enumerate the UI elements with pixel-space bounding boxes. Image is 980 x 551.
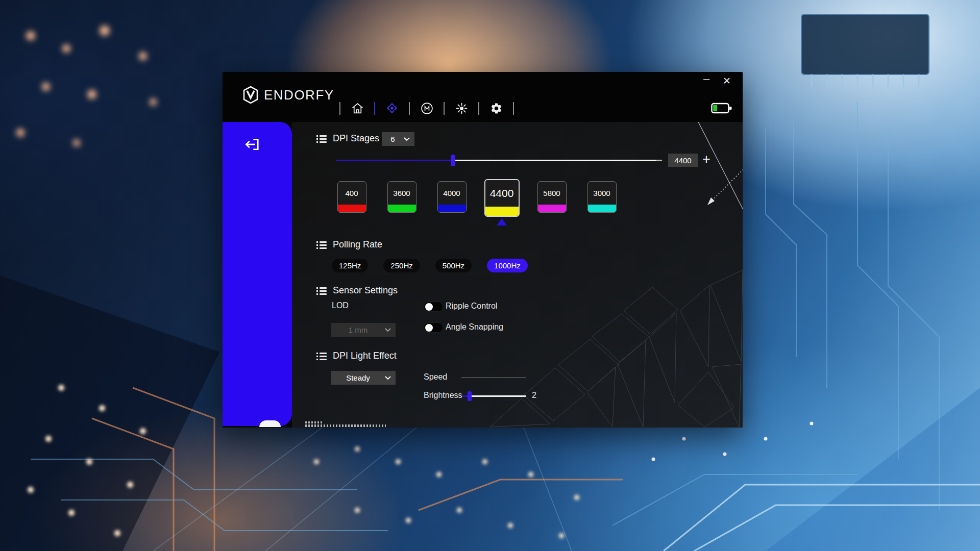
lod-label: LOD — [332, 301, 349, 310]
angle-snapping-label: Angle Snapping — [446, 322, 503, 332]
dpi-stage-count-value: 6 — [382, 135, 404, 143]
brand-name: ENDORFY — [264, 87, 334, 103]
nav-separator — [339, 102, 340, 115]
brightness-value: 2 — [532, 391, 536, 400]
lighting-icon[interactable] — [455, 102, 468, 115]
brand-logo: ENDORFY — [243, 86, 334, 104]
ripple-control-label: Ripple Control — [446, 302, 497, 311]
app-window: ENDORFY — [223, 72, 743, 428]
sensor-settings-section-icon — [316, 287, 327, 295]
dpi-stage-card[interactable]: 5800 — [527, 179, 577, 226]
chevron-down-icon — [404, 137, 410, 141]
nav-separator — [444, 102, 445, 115]
polling-option-1000hz[interactable]: 1000Hz — [487, 259, 528, 272]
dpi-stage-card[interactable]: 4000 — [427, 179, 477, 226]
home-icon[interactable] — [351, 102, 364, 115]
dpi-increase-button[interactable]: + — [702, 152, 710, 167]
dpi-sensor-icon[interactable] — [385, 102, 399, 115]
dpi-stage-list: 400 3600 4000 4400 5800 3000 — [327, 179, 633, 226]
dpi-stage-card[interactable]: 3000 — [577, 179, 627, 226]
clipped-text-artifact — [305, 424, 386, 427]
ripple-control-toggle[interactable] — [424, 302, 443, 312]
endorfy-logo-icon — [243, 86, 258, 104]
close-button[interactable]: ✕ — [720, 73, 733, 88]
window-controls: – ✕ — [700, 73, 733, 88]
brightness-slider[interactable] — [462, 395, 526, 397]
dpi-stages-section-icon — [316, 135, 327, 143]
chevron-down-icon — [385, 328, 391, 332]
toggle-knob — [425, 303, 433, 311]
brightness-label: Brightness — [424, 391, 462, 400]
dpi-stage-color-bar — [438, 205, 466, 212]
speed-slider[interactable] — [461, 377, 526, 378]
chevron-down-icon — [385, 376, 391, 380]
dpi-slider-track[interactable] — [336, 160, 656, 161]
dpi-value-field[interactable]: 4400 — [668, 154, 698, 167]
settings-panel: DPI Stages 6 − 4400 + 400 3600 4000 — [292, 122, 743, 428]
sidebar — [223, 122, 292, 426]
selected-pointer-icon — [497, 218, 507, 226]
exit-left-icon[interactable] — [242, 134, 262, 155]
dpi-stage-color-bar — [388, 205, 416, 212]
dpi-stage-count-select[interactable]: 6 — [382, 132, 414, 146]
dpi-stage-color-bar — [485, 207, 519, 216]
dpi-stage-color-bar — [338, 205, 366, 212]
dpi-stage-value: 5800 — [538, 182, 566, 205]
speed-label: Speed — [424, 372, 447, 382]
dpi-stage-card[interactable]: 3600 — [377, 179, 427, 226]
macro-icon[interactable] — [420, 102, 433, 115]
sensor-settings-label: Sensor Settings — [333, 285, 398, 296]
dpi-stage-value: 3000 — [588, 182, 616, 205]
dpi-stage-value: 400 — [338, 182, 366, 205]
dpi-stage-value: 4000 — [438, 182, 466, 205]
dpi-stage-color-bar — [588, 205, 616, 212]
nav-separator — [478, 102, 479, 115]
light-effect-mode-value: Steady — [331, 373, 385, 382]
brightness-thumb[interactable] — [468, 391, 472, 401]
dpi-slider-thumb[interactable] — [451, 155, 455, 166]
polling-rate-section-icon — [316, 241, 327, 249]
dpi-light-effect-label: DPI Light Effect — [333, 350, 397, 361]
polling-option-125hz[interactable]: 125Hz — [332, 259, 368, 272]
polling-rate-options: 125Hz 250Hz 500Hz 1000Hz — [332, 259, 528, 272]
light-effect-mode-select[interactable]: Steady — [331, 371, 396, 385]
nav-separator — [409, 102, 410, 115]
minimize-button[interactable]: – — [700, 73, 713, 88]
dpi-slider-fill — [336, 160, 453, 161]
titlebar: ENDORFY — [223, 72, 743, 122]
nav-separator — [513, 102, 514, 115]
battery-icon — [711, 103, 732, 116]
dpi-stage-card[interactable]: 400 — [327, 179, 377, 226]
polling-option-500hz[interactable]: 500Hz — [435, 259, 472, 272]
sidebar-notch[interactable] — [259, 420, 281, 427]
settings-icon[interactable] — [489, 102, 503, 115]
dpi-decrease-button[interactable]: − — [655, 153, 663, 167]
dpi-stage-value: 3600 — [388, 182, 416, 205]
dpi-stage-card-selected[interactable]: 4400 — [477, 179, 527, 226]
angle-snapping-toggle[interactable] — [424, 322, 443, 333]
clipped-text-artifact — [305, 421, 323, 423]
dpi-light-effect-section-icon — [316, 353, 327, 360]
lod-select[interactable]: 1 mm — [331, 323, 396, 337]
dpi-stage-value: 4400 — [485, 180, 519, 207]
battery-fill — [713, 105, 717, 111]
main-nav — [333, 102, 521, 115]
dpi-stages-label: DPI Stages — [333, 133, 379, 144]
nav-separator-active — [374, 102, 375, 115]
lod-value: 1 mm — [331, 325, 385, 334]
polling-rate-label: Polling Rate — [333, 239, 382, 250]
toggle-knob — [425, 324, 433, 332]
polling-option-250hz[interactable]: 250Hz — [383, 259, 420, 272]
dpi-stage-color-bar — [538, 205, 566, 212]
